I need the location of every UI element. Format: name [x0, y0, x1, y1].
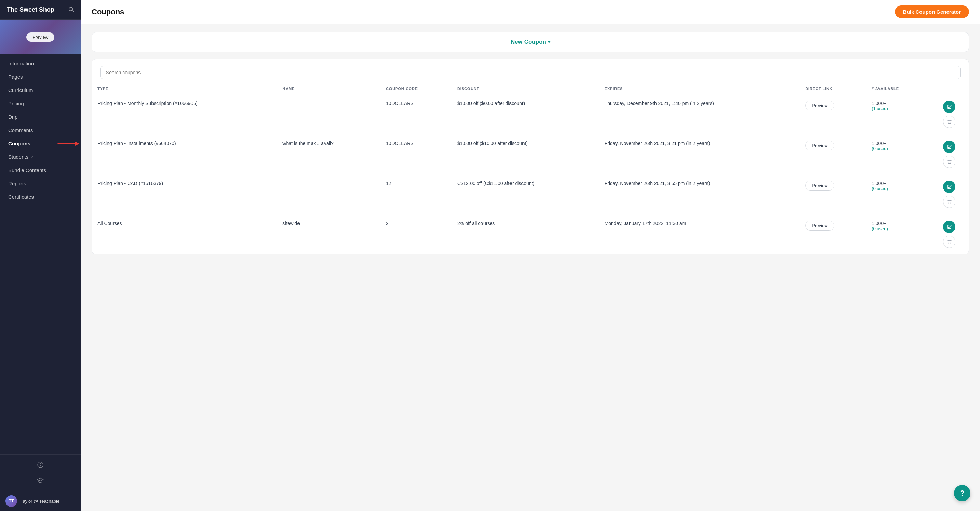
preview-link-button[interactable]: Preview	[805, 140, 834, 151]
svg-marker-2	[75, 141, 80, 146]
cell-actions	[930, 215, 969, 255]
row-actions	[935, 140, 963, 168]
cell-coupon-code: 10DOLLARS	[380, 94, 452, 134]
cell-expires: Monday, January 17th 2022, 11:30 am	[599, 215, 800, 255]
sidebar-bottom-icons: ?	[0, 454, 81, 491]
external-link-icon: ↗	[30, 154, 33, 159]
cell-actions	[930, 174, 969, 215]
sidebar-item-label: Comments	[8, 127, 33, 133]
cell-type: Pricing Plan - Monthly Subscription (#10…	[92, 94, 277, 134]
coupons-card: TYPE NAME COUPON CODE DISCOUNT EXPIRES D…	[92, 59, 969, 255]
table-body: Pricing Plan - Monthly Subscription (#10…	[92, 94, 969, 255]
edit-button[interactable]	[943, 140, 955, 153]
sidebar-item-coupons[interactable]: Coupons	[0, 137, 81, 150]
page-title: Coupons	[92, 8, 124, 16]
svg-text:?: ?	[40, 463, 42, 467]
table-row: All Courses sitewide 2 2% off all course…	[92, 215, 969, 255]
table-row: Pricing Plan - Monthly Subscription (#10…	[92, 94, 969, 134]
cell-available: 1,000+ (1 used)	[866, 94, 930, 134]
search-input[interactable]	[100, 66, 961, 79]
new-coupon-bar[interactable]: New Coupon ▾	[92, 32, 969, 52]
search-bar-wrap	[92, 59, 969, 82]
content-area: New Coupon ▾ TYPE NAME COUPON CODE DISCO	[81, 24, 980, 511]
sidebar-item-label: Students	[8, 154, 29, 160]
sidebar-item-certificates[interactable]: Certificates	[0, 190, 81, 204]
user-menu-dots[interactable]: ⋮	[69, 497, 75, 505]
edit-button[interactable]	[943, 181, 955, 193]
edit-button[interactable]	[943, 221, 955, 233]
sidebar-item-pages[interactable]: Pages	[0, 70, 81, 83]
sidebar-item-curriculum[interactable]: Curriculum	[0, 83, 81, 97]
col-actions	[930, 82, 969, 94]
delete-button[interactable]	[943, 236, 955, 248]
sidebar-item-label: Curriculum	[8, 87, 33, 93]
sidebar-item-information[interactable]: Information	[0, 57, 81, 70]
edit-button[interactable]	[943, 100, 955, 113]
row-actions	[935, 221, 963, 248]
sidebar-user-section: TT Taylor @ Teachable ⋮	[0, 491, 81, 511]
cell-type: All Courses	[92, 215, 277, 255]
sidebar-item-label: Bundle Contents	[8, 167, 46, 173]
cell-actions	[930, 134, 969, 174]
table-row: Pricing Plan - CAD (#1516379) 12 C$12.00…	[92, 174, 969, 215]
avatar: TT	[5, 495, 17, 507]
sidebar-item-label: Drip	[8, 114, 18, 120]
col-name: NAME	[277, 82, 380, 94]
new-coupon-text: New Coupon	[511, 39, 546, 46]
help-fab[interactable]: ?	[954, 485, 970, 501]
cell-direct-link: Preview	[800, 215, 866, 255]
preview-button[interactable]: Preview	[26, 32, 54, 42]
cell-name	[277, 94, 380, 134]
sidebar: The Sweet Shop Preview Information Pages…	[0, 0, 81, 511]
sidebar-user: TT Taylor @ Teachable	[5, 495, 59, 507]
search-icon[interactable]	[68, 6, 74, 13]
svg-line-1	[72, 10, 73, 11]
sidebar-item-label: Certificates	[8, 194, 34, 200]
main-content: Coupons Bulk Coupon Generator New Coupon…	[81, 0, 980, 511]
sidebar-item-drip[interactable]: Drip	[0, 110, 81, 124]
table-header: TYPE NAME COUPON CODE DISCOUNT EXPIRES D…	[92, 82, 969, 94]
preview-link-button[interactable]: Preview	[805, 181, 834, 191]
graduation-icon-btn[interactable]	[33, 474, 47, 487]
cell-name: sitewide	[277, 215, 380, 255]
red-arrow-annotation	[55, 139, 81, 148]
col-direct-link: DIRECT LINK	[800, 82, 866, 94]
cell-type: Pricing Plan - Installments (#664070)	[92, 134, 277, 174]
chevron-down-icon: ▾	[548, 40, 550, 45]
cell-discount: $10.00 off ($0.00 after discount)	[452, 94, 599, 134]
user-name: Taylor @ Teachable	[21, 499, 59, 504]
sidebar-item-comments[interactable]: Comments	[0, 124, 81, 137]
sidebar-item-label: Information	[8, 60, 34, 66]
delete-button[interactable]	[943, 116, 955, 128]
sidebar-item-bundle-contents[interactable]: Bundle Contents	[0, 164, 81, 177]
col-available: # AVAILABLE	[866, 82, 930, 94]
col-coupon-code: COUPON CODE	[380, 82, 452, 94]
sidebar-item-students[interactable]: Students ↗	[0, 150, 81, 164]
cell-coupon-code: 12	[380, 174, 452, 215]
col-expires: EXPIRES	[599, 82, 800, 94]
delete-button[interactable]	[943, 156, 955, 168]
sidebar-item-reports[interactable]: Reports	[0, 177, 81, 190]
cell-direct-link: Preview	[800, 174, 866, 215]
delete-button[interactable]	[943, 196, 955, 208]
cell-actions	[930, 94, 969, 134]
cell-discount: 2% off all courses	[452, 215, 599, 255]
cell-expires: Friday, November 26th 2021, 3:21 pm (in …	[599, 134, 800, 174]
bulk-coupon-button[interactable]: Bulk Coupon Generator	[895, 5, 969, 18]
preview-link-button[interactable]: Preview	[805, 100, 834, 110]
coupons-table: TYPE NAME COUPON CODE DISCOUNT EXPIRES D…	[92, 82, 969, 254]
sidebar-item-pricing[interactable]: Pricing	[0, 97, 81, 110]
app-name: The Sweet Shop	[7, 6, 54, 13]
sidebar-nav: Information Pages Curriculum Pricing Dri…	[0, 54, 81, 454]
cell-available: 1,000+ (0 used)	[866, 174, 930, 215]
cell-direct-link: Preview	[800, 134, 866, 174]
sidebar-item-label: Pages	[8, 74, 23, 80]
cell-name: what is the max # avail?	[277, 134, 380, 174]
cell-available: 1,000+ (0 used)	[866, 215, 930, 255]
help-icon-btn[interactable]: ?	[33, 458, 47, 472]
sidebar-logo-area: The Sweet Shop	[0, 0, 81, 20]
preview-link-button[interactable]: Preview	[805, 221, 834, 231]
table-row: Pricing Plan - Installments (#664070) wh…	[92, 134, 969, 174]
new-coupon-label: New Coupon ▾	[511, 39, 550, 46]
sidebar-item-label: Coupons	[8, 140, 30, 146]
